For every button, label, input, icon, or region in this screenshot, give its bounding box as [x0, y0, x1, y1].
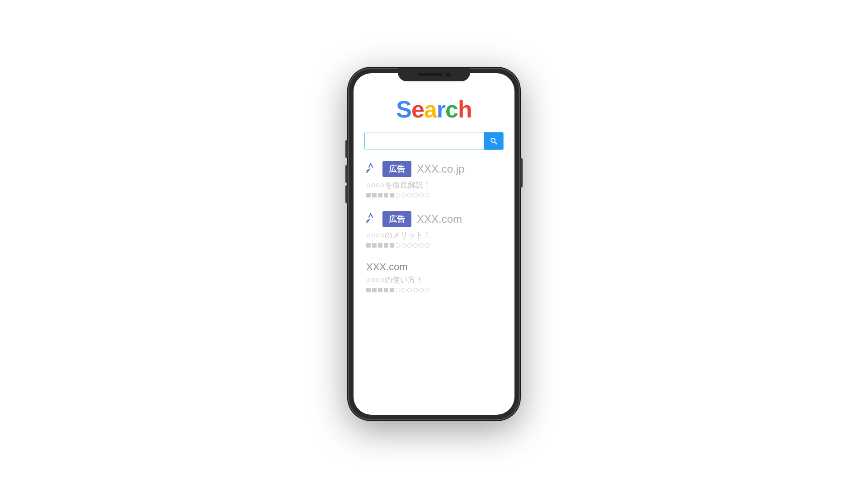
ad-result-1-header: 広告 XXX.co.jp [364, 161, 504, 177]
dot [396, 193, 400, 197]
ad-dots-2 [364, 243, 504, 248]
notch-camera [446, 72, 451, 77]
dot [366, 243, 371, 248]
dot [407, 193, 412, 197]
ad-result-1[interactable]: 広告 XXX.co.jp ○○○○を徹底解説！ [364, 161, 504, 197]
dot [413, 193, 418, 197]
ad-subtitle-1: ○○○○を徹底解説！ [364, 180, 504, 190]
search-icon [490, 137, 498, 145]
organic-subtitle: ○○○○の使い方！ [364, 275, 504, 285]
notch-speaker [418, 73, 443, 76]
ad-domain-1: XXX.co.jp [417, 163, 464, 175]
dot [390, 288, 394, 292]
dot [401, 243, 406, 248]
organic-result[interactable]: XXX.com ○○○○の使い方！ [364, 261, 504, 292]
ad-result-2[interactable]: 広告 XXX.com ○○○○のメリット！ [364, 211, 504, 248]
svg-line-6 [369, 214, 371, 217]
dot [425, 193, 429, 197]
dot [378, 288, 382, 292]
dot [419, 193, 424, 197]
svg-line-7 [371, 214, 373, 217]
ad-badge-1: 広告 [382, 161, 411, 177]
dot [390, 193, 394, 197]
phone-notch [398, 68, 470, 81]
search-input[interactable] [365, 132, 484, 150]
ad-subtitle-2: ○○○○のメリット！ [364, 230, 504, 240]
dot [401, 288, 406, 292]
dot [378, 193, 382, 197]
dot [396, 288, 400, 292]
dot [372, 193, 377, 197]
dot [384, 288, 388, 292]
organic-domain: XXX.com [364, 261, 504, 273]
search-bar [364, 132, 504, 150]
dot [378, 243, 382, 248]
dot [401, 193, 406, 197]
dot [384, 193, 388, 197]
svg-line-1 [495, 142, 497, 144]
svg-line-2 [369, 164, 371, 167]
dot [372, 243, 377, 248]
dot [372, 288, 377, 292]
dot [413, 243, 418, 248]
title-letter-e: e [411, 96, 424, 122]
phone-screen: Search [354, 73, 514, 415]
sparkle-icon-2 [364, 213, 377, 225]
title-letter-r: r [437, 96, 445, 122]
dot [407, 288, 412, 292]
dot [384, 243, 388, 248]
dot [366, 288, 371, 292]
title-letter-c: c [445, 96, 458, 122]
phone-device: Search [348, 68, 520, 420]
dot [366, 193, 371, 197]
search-button[interactable] [484, 132, 503, 150]
ad-badge-2: 広告 [382, 211, 411, 227]
dot [396, 243, 400, 248]
title-letter-h: h [458, 96, 472, 122]
sparkle-icon-1 [364, 163, 377, 175]
dot [413, 288, 418, 292]
dot [425, 243, 429, 248]
title-letter-a: a [424, 96, 437, 122]
dot [390, 243, 394, 248]
dot [425, 288, 429, 292]
dot [419, 243, 424, 248]
dot [419, 288, 424, 292]
ad-dots-1 [364, 193, 504, 197]
title-letter-s: S [396, 96, 411, 122]
ad-domain-2: XXX.com [417, 213, 462, 225]
dot [407, 243, 412, 248]
organic-dots [364, 288, 504, 292]
search-title: Search [364, 96, 504, 123]
screen-content: Search [354, 73, 514, 415]
svg-line-3 [371, 164, 373, 167]
ad-result-2-header: 広告 XXX.com [364, 211, 504, 227]
